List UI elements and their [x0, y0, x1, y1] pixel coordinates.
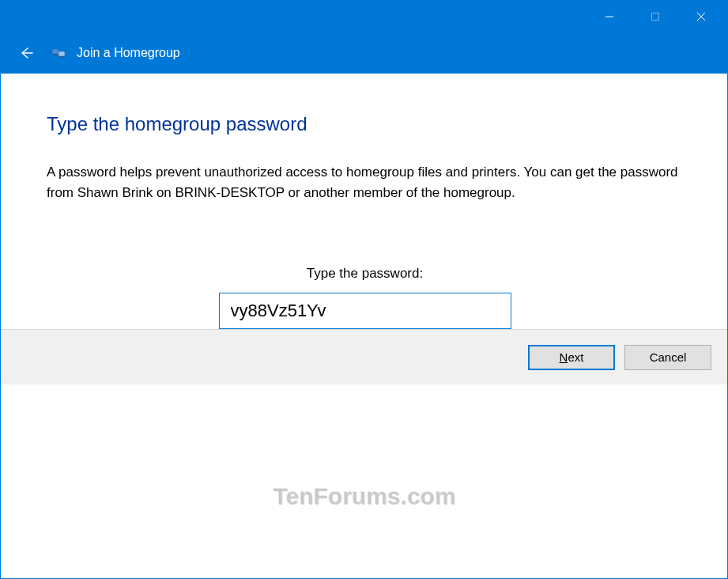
page-description: A password helps prevent unauthorized ac… [47, 162, 683, 202]
window-controls [587, 1, 724, 32]
close-button[interactable] [678, 1, 724, 32]
header-title-group: Join a Homegroup [50, 44, 180, 62]
titlebar [1, 1, 728, 32]
next-button-rest: ext [568, 350, 583, 364]
homegroup-icon [50, 44, 69, 62]
content-area: Type the homegroup password A password h… [1, 74, 728, 329]
watermark-text: TenForums.com [1, 483, 728, 510]
minimize-button[interactable] [587, 1, 632, 32]
cancel-button[interactable]: Cancel [624, 345, 711, 370]
svg-rect-5 [58, 51, 65, 56]
svg-rect-7 [60, 56, 63, 58]
header-bar: Join a Homegroup [1, 32, 728, 74]
maximize-button [632, 1, 678, 32]
password-form: Type the password: [47, 266, 683, 329]
svg-rect-6 [54, 54, 57, 55]
page-heading: Type the homegroup password [47, 113, 683, 135]
window-title: Join a Homegroup [77, 46, 180, 60]
next-button[interactable]: Next [528, 345, 615, 370]
password-label: Type the password: [47, 266, 683, 282]
back-button[interactable] [17, 44, 36, 62]
svg-rect-1 [652, 13, 659, 21]
footer-bar: Next Cancel [1, 329, 728, 384]
svg-rect-4 [52, 49, 58, 54]
password-input[interactable] [219, 293, 511, 329]
